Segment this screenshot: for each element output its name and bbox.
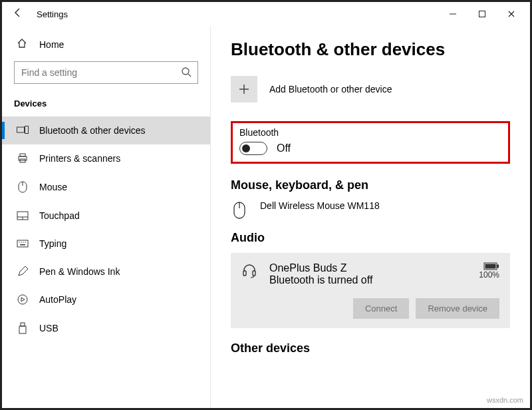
home-label: Home [39,39,64,50]
svg-rect-14 [17,240,28,247]
sidebar-item-touchpad[interactable]: Touchpad [2,202,210,230]
svg-rect-22 [19,326,26,333]
back-button[interactable] [7,7,29,21]
bluetooth-toggle[interactable] [239,142,267,155]
svg-rect-6 [20,154,25,156]
sidebar-item-autoplay[interactable]: AutoPlay [2,286,210,313]
autoplay-icon [17,294,29,305]
sidebar-item-label: USB [39,323,59,333]
svg-rect-1 [479,11,485,17]
connect-button[interactable]: Connect [353,298,409,319]
sidebar-item-typing[interactable]: Typing [2,230,210,258]
search-box[interactable] [14,61,198,84]
touchpad-icon [17,211,29,220]
sidebar: Home Devices Bluetooth & other devices P… [2,26,211,408]
search-icon [181,67,192,80]
audio-device-card[interactable]: OnePlus Buds Z Bluetooth is turned off 1… [231,253,510,328]
maximize-button[interactable] [467,5,497,23]
minimize-button[interactable] [438,5,467,23]
watermark: wsxdn.com [487,396,523,404]
sidebar-item-label: Typing [39,238,66,249]
svg-point-20 [18,295,27,304]
home-link[interactable]: Home [2,33,210,59]
sidebar-item-bluetooth[interactable]: Bluetooth & other devices [2,116,210,144]
svg-rect-21 [21,323,25,326]
sidebar-item-label: Pen & Windows Ink [39,266,120,277]
keyboard-icon [17,240,29,248]
window-title: Settings [37,9,68,19]
sidebar-category: Devices [2,95,210,116]
svg-rect-4 [17,127,25,132]
sidebar-item-mouse[interactable]: Mouse [2,172,210,202]
battery-icon [479,262,499,270]
sidebar-item-label: Touchpad [39,210,80,221]
svg-rect-19 [20,244,25,246]
audio-device-name: OnePlus Buds Z [269,262,372,274]
sidebar-item-printers[interactable]: Printers & scanners [2,144,210,172]
mouse-device-row[interactable]: Dell Wireless Mouse WM118 [231,200,510,219]
sidebar-item-usb[interactable]: USB [2,313,210,343]
remove-device-button[interactable]: Remove device [416,298,499,319]
section-audio: Audio [231,231,510,245]
content-pane: Bluetooth & other devices Add Bluetooth … [211,26,530,408]
bluetooth-header: Bluetooth [239,127,501,138]
bluetooth-state: Off [277,142,291,154]
svg-rect-28 [253,271,255,276]
audio-device-status: Bluetooth is turned off [269,274,372,286]
mouse-device-name: Dell Wireless Mouse WM118 [260,200,380,211]
add-device-button[interactable]: Add Bluetooth or other device [231,76,510,102]
add-device-label: Add Bluetooth or other device [269,84,392,95]
pen-icon [17,266,29,277]
search-input[interactable] [14,61,198,84]
sidebar-item-label: Mouse [39,182,67,192]
sidebar-item-pen[interactable]: Pen & Windows Ink [2,258,210,286]
devices-icon [17,126,29,135]
svg-rect-30 [485,264,496,269]
printer-icon [17,153,29,164]
headset-icon [241,262,257,286]
battery-percent: 100% [479,270,499,280]
bluetooth-highlight: Bluetooth Off [231,121,510,164]
svg-rect-27 [243,271,246,276]
svg-point-16 [21,242,21,242]
svg-rect-31 [497,265,499,268]
section-mouse: Mouse, keyboard, & pen [231,178,510,192]
window-controls [438,5,526,23]
home-icon [17,38,29,51]
plus-icon [231,76,257,102]
mouse-icon [231,200,248,219]
svg-rect-5 [25,126,29,134]
svg-point-18 [25,242,25,242]
sidebar-item-label: Bluetooth & other devices [39,125,146,136]
svg-point-15 [19,242,19,242]
svg-point-17 [23,242,23,242]
sidebar-item-label: Printers & scanners [39,153,120,164]
sidebar-item-label: AutoPlay [39,294,76,305]
mouse-icon [17,181,29,193]
close-button[interactable] [497,5,526,23]
svg-point-2 [182,68,189,75]
section-other: Other devices [231,341,510,355]
svg-line-3 [188,74,191,77]
usb-icon [17,322,29,334]
page-heading: Bluetooth & other devices [231,39,510,60]
